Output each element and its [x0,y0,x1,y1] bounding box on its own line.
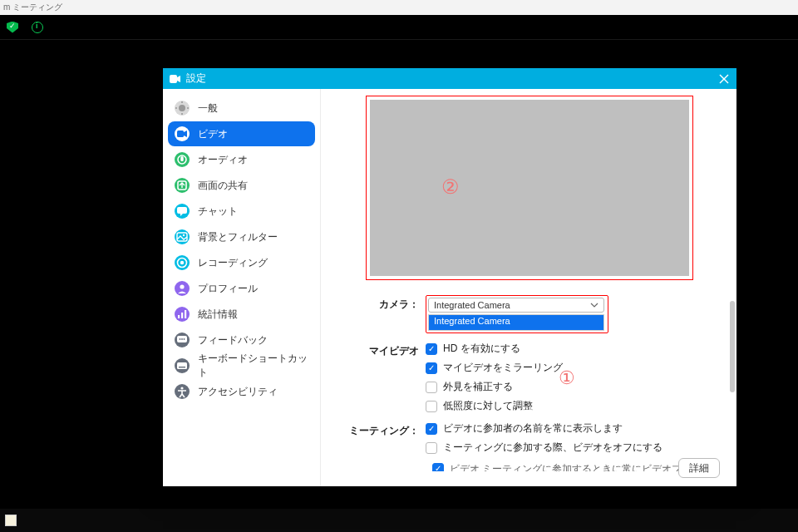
taskbar [0,509,798,532]
sidebar-item-video[interactable]: ビデオ [168,121,315,146]
sidebar-item-audio[interactable]: オーディオ [168,147,315,172]
myvideo-label: マイビデオ [334,342,426,358]
truncated-row: ビデオ ミーティングに参加するときに常にビデオプレビューダイアログを表示します [432,460,720,471]
chat-icon [175,204,190,219]
svg-point-23 [181,338,183,340]
sidebar-item-label: フィードバック [198,333,315,347]
svg-point-22 [180,338,181,340]
scrollbar-thumb[interactable] [730,301,735,392]
shield-icon[interactable] [7,22,18,33]
svg-rect-26 [179,367,185,367]
settings-window: 設定 一般ビデオオーディオ画面の共有チャット背景とフィルターレコーディングプロフ… [163,68,736,486]
sidebar-item-label: キーボードショートカット [198,352,315,380]
meeting-label: ミーティング： [334,421,426,438]
a11y-icon [175,384,190,399]
camera-option[interactable]: Integrated Camera [429,315,603,330]
video-icon [175,126,190,141]
sidebar-item-a11y[interactable]: アクセシビリティ [168,379,315,404]
window-title-bar: m ミーティング [0,0,798,15]
close-icon [719,74,729,84]
svg-rect-18 [178,315,180,318]
meeting-toolbar [0,15,798,40]
svg-rect-20 [185,310,186,318]
myvideo-row: マイビデオ HD を有効にするマイビデオをミラーリング外見を補正する低照度に対し… [334,342,720,413]
checkbox[interactable] [426,423,437,435]
settings-content: ② ① カメラ： Integrated Camera Integrated Ca [321,89,736,486]
camera-select-value: Integrated Camera [434,300,510,310]
svg-rect-19 [181,313,183,318]
checkbox-label: ミーティングに参加する際、ビデオをオフにする [443,441,663,455]
checkbox[interactable] [426,362,437,374]
sidebar-item-label: レコーディング [198,256,315,270]
meeting-opt-shownames: ビデオに参加者の名前を常に表示します [426,421,720,436]
svg-rect-12 [177,207,187,214]
myvideo-opt-touchup: 外見を補正する [426,380,720,394]
chevron-down-icon [590,303,598,308]
record-icon [175,255,190,270]
checkbox[interactable] [426,401,437,412]
camera-dropdown: Integrated Camera [428,314,604,331]
close-button[interactable] [712,68,736,89]
sidebar-item-recording[interactable]: レコーディング [168,250,315,275]
sidebar-item-label: チャット [198,204,315,219]
svg-rect-10 [180,156,183,161]
advanced-button[interactable]: 詳細 [678,458,720,478]
svg-point-17 [180,284,184,288]
keyboard-icon [175,358,190,373]
picture-icon [175,229,190,244]
checkbox[interactable] [426,382,437,393]
sidebar-item-label: 一般 [198,101,315,116]
info-icon[interactable] [32,22,43,33]
meeting-opt-offonjoin: ミーティングに参加する際、ビデオをオフにする [426,441,720,455]
myvideo-opt-hd: HD を有効にする [426,342,720,356]
myvideo-opt-lowlight: 低照度に対して調整 [426,399,720,413]
checkbox[interactable] [426,442,437,454]
sidebar-item-shortcut[interactable]: キーボードショートカット [168,353,315,378]
settings-title: 設定 [186,71,206,86]
app-title: m ミーティング [3,0,62,15]
checkbox[interactable] [426,343,437,355]
camera-select-annotated: Integrated Camera Integrated Camera [426,295,608,333]
sidebar-item-profile[interactable]: プロフィール [168,276,315,301]
svg-rect-25 [177,362,187,369]
sidebar-item-label: 画面の共有 [198,179,315,193]
checkbox-label: ビデオに参加者の名前を常に表示します [443,421,623,436]
stats-icon [175,307,190,322]
feedback-icon [175,332,190,347]
gear-icon [175,101,190,116]
camera-label: カメラ： [334,295,426,312]
settings-sidebar: 一般ビデオオーディオ画面の共有チャット背景とフィルターレコーディングプロフィール… [163,89,321,486]
sidebar-item-general[interactable]: 一般 [168,96,315,121]
svg-point-16 [180,261,184,264]
checkbox-label: マイビデオをミラーリング [443,361,563,375]
svg-rect-0 [170,75,177,83]
taskbar-item[interactable] [5,515,17,526]
svg-rect-13 [177,233,187,241]
checkbox[interactable] [432,463,444,471]
meeting-row: ミーティング： ビデオに参加者の名前を常に表示しますミーティングに参加する際、ビ… [334,421,720,455]
sidebar-item-label: アクセシビリティ [198,385,315,399]
sidebar-item-share[interactable]: 画面の共有 [168,173,315,198]
svg-point-24 [184,338,185,340]
camera-select[interactable]: Integrated Camera [428,298,604,313]
sidebar-item-label: 統計情報 [198,308,315,322]
sidebar-item-label: ビデオ [198,127,315,141]
video-preview: ② [366,96,693,280]
sidebar-item-label: 背景とフィルター [198,230,315,244]
sidebar-item-label: オーディオ [198,153,315,167]
sidebar-item-feedback[interactable]: フィードバック [168,328,315,352]
svg-point-14 [183,234,185,236]
svg-rect-8 [177,131,184,137]
sidebar-item-label: プロフィール [198,282,315,296]
audio-icon [175,152,190,167]
sidebar-item-stats[interactable]: 統計情報 [168,302,315,327]
checkbox-label: 低照度に対して調整 [443,399,533,413]
sidebar-item-chat[interactable]: チャット [168,199,315,224]
myvideo-opt-mirror: マイビデオをミラーリング [426,361,720,375]
video-preview-feed [370,100,689,276]
settings-titlebar: 設定 [163,68,736,89]
svg-point-27 [180,387,183,389]
checkbox-label: 外見を補正する [443,380,513,394]
advanced-button-label: 詳細 [689,461,709,475]
sidebar-item-bgfilter[interactable]: 背景とフィルター [168,224,315,249]
